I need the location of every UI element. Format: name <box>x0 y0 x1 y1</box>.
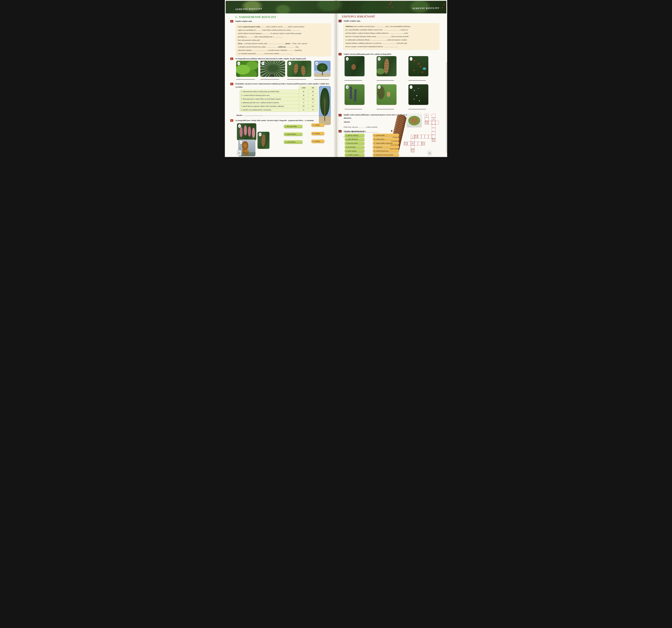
table-row: 1. Nahosemenné rostliny vytvářejí jeden … <box>240 90 318 94</box>
fill-line: a ve vhodných podmínkách ...............… <box>238 52 329 55</box>
statements-table: 1. Nahosemenné rostliny vytvářejí jeden … <box>240 90 318 112</box>
tajenka-label: Tajenka: <box>344 121 350 123</box>
photo-label: b <box>261 61 264 66</box>
column-header-ne: NE <box>308 86 318 90</box>
crossword-cell <box>425 135 428 138</box>
exercise-1-badge: 1. <box>339 20 341 22</box>
photo-label: c <box>409 57 413 61</box>
crossword-cell <box>418 135 421 138</box>
seeds-image <box>391 130 392 132</box>
ne-letter: K <box>308 108 318 111</box>
crossword-cell: 4 <box>432 138 435 142</box>
crossword-cell <box>432 114 435 117</box>
fir-upright-cones-photo: d <box>344 84 364 105</box>
pair-item-3: 3. borovice lesní <box>344 142 364 145</box>
pair-item-5: 5. smrk ztepilý <box>344 149 364 153</box>
crossword-cell <box>432 124 435 128</box>
sentence-1: Podle toho, zda jsou _ _ _ _ _ _ rostlin… <box>344 126 377 128</box>
crossword-cell <box>432 128 435 131</box>
page-gutter <box>333 0 339 157</box>
pair-item-1: 1. jalovec obecný <box>344 134 364 137</box>
page-number-53: 53 <box>427 150 432 156</box>
photo-label: c <box>288 61 291 66</box>
exercise-4-heading: Vytvořte odpovídající dvojice. <box>344 130 366 133</box>
page-number-52: 52 <box>237 150 241 156</box>
crossword-grid: TO1J643D52 <box>404 114 439 153</box>
photo-label: d <box>315 61 318 66</box>
photo-label: b <box>378 57 381 61</box>
hanging-spruce-cone-photo: b <box>377 56 397 76</box>
table-row: 5. Samičí šištice po oplození vajíček zv… <box>240 104 318 108</box>
ano-letter: M <box>299 94 308 97</box>
exercise-1-heading: Doplňte neúplný zápis. <box>344 19 361 23</box>
ne-letter: NA <box>308 104 318 108</box>
statement: 5. Samičí šištice po oplození vajíček zv… <box>240 105 299 107</box>
mature-woody-cone-photo: b <box>258 132 269 149</box>
fill-line: cykasy – u nás jako pokojové rostliny, n… <box>238 42 329 45</box>
statement: 6. Největší rozvoj jehličnanů byl v prvo… <box>240 109 299 111</box>
page-edge-stack <box>446 62 447 153</box>
juniper-berries-photo: f <box>408 84 428 105</box>
fill-line: orgány jsou uspořádány do ..............… <box>238 28 329 32</box>
crossword-cell <box>428 135 432 138</box>
fill-line: jsou: nejrozšířenější s protáhlými šiška… <box>345 28 437 31</box>
crossword-cell <box>407 142 411 145</box>
fill-line: Mezi nahosemenné rostliny patří: <box>238 39 329 42</box>
table-row: 6. Největší rozvoj jehličnanů byl v prvo… <box>240 108 318 111</box>
larch-cone-photo: e <box>377 84 397 105</box>
column-header-ano: ANO <box>299 86 308 90</box>
ano-letter: Á <box>299 101 308 104</box>
exercise-2-badge: 2. <box>339 53 341 55</box>
crossword-cell: 5 <box>421 142 425 145</box>
header-photo-banner: SEMENNÉ ROSTLINY SEMENNÉ ROSTLINY <box>226 1 446 14</box>
answer-line <box>344 109 362 109</box>
match-item-3: 3. samčí šištice <box>284 140 303 144</box>
photo-label: b <box>259 132 262 136</box>
crossword-cell <box>432 135 435 138</box>
pine-tree-photo: d <box>314 61 331 77</box>
statement: 3. Přenesením pylu ze samičí šištice na … <box>240 98 299 100</box>
crossword-cell <box>411 138 414 142</box>
crossword-cell <box>428 121 432 124</box>
crossword-cell: 1 <box>425 121 428 124</box>
photo-label: d <box>346 85 349 89</box>
ne-letter: Č <box>308 101 318 104</box>
exercise-3-badge: 3. <box>339 114 341 116</box>
fill-line: Jehličnany často vytvářejí souvislé poro… <box>345 25 437 28</box>
ginkgo-leaves-photo: a <box>236 61 258 77</box>
photo-label: c <box>239 140 242 144</box>
tajenka-label: Tajenka: <box>236 114 243 116</box>
fill-line: samičí (většinou červené) šupinami s ...… <box>238 32 329 35</box>
answer-line <box>377 80 394 81</box>
pair-item-F: F. kvalitní životní prostředí <box>373 153 399 157</box>
match-item-B: B. semena <box>311 132 324 135</box>
pair-item-6: 6. modřín opadavý <box>344 153 364 157</box>
ano-letter: ČE <box>299 104 308 108</box>
young-pink-female-cones-photo: a <box>237 123 256 140</box>
fill-in-box: Semena nahosemenných rostlin ...........… <box>236 23 331 56</box>
ne-letter: EN <box>308 97 318 101</box>
table-row: 2. V samčích šišticích dozrávají pylová … <box>240 94 318 97</box>
answer-line <box>377 109 394 109</box>
answer-line <box>344 80 362 81</box>
ano-letter: JE <box>299 90 308 94</box>
photo-label: a <box>237 61 240 66</box>
hanging-spruce-cones-photo: c <box>287 61 311 77</box>
statement: 4. Splynutím pylového zrna s vajíčkem do… <box>240 102 299 104</box>
answer-line <box>408 109 426 109</box>
pair-item-2: 2. jedle bělokorá <box>344 137 364 141</box>
pair-item-D: D. pastviny <box>373 145 399 149</box>
table-row: 4. Splynutím pylového zrna s vajíčkem do… <box>240 101 318 104</box>
exercise-4-heading: Na fotografiích jsou 3 druhy šištic smrk… <box>235 119 314 122</box>
crossword-cell: O <box>432 117 435 121</box>
yew-red-berries-photo: c <box>408 56 428 76</box>
statement: 2. V samčích šišticích dozrávají pylová … <box>240 94 299 96</box>
crossword-cell: 2 <box>411 149 414 152</box>
match-item-C: C. tyčinky <box>311 140 324 143</box>
fill-line: stálezelené (výjimka – .................… <box>238 49 329 52</box>
exercise-3-badge: 3. <box>230 83 233 85</box>
crossword-cell <box>425 117 428 121</box>
crossword-cell <box>432 131 435 135</box>
chapter-title-left: SEMENNÉ ROSTLINY <box>235 7 262 11</box>
crossword-cell: J <box>411 135 414 138</box>
